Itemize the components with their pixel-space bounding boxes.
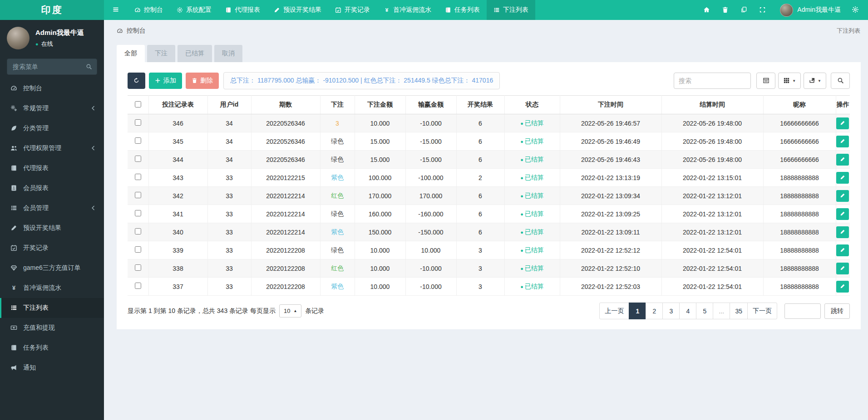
search-submit-button[interactable] [831,73,850,89]
row-checkbox[interactable] [135,210,141,216]
column-header[interactable]: 用户id [207,96,251,114]
add-button[interactable]: 添加 [149,73,182,89]
fullscreen-button[interactable] [753,0,772,20]
sidebar-item-draw-records[interactable]: 开奖记录 [0,238,104,258]
edit-button[interactable] [836,190,849,202]
page-button-2[interactable]: 2 [646,303,663,319]
sidebar-search-input[interactable] [7,59,97,75]
page-button-5[interactable]: 5 [696,303,713,319]
navbar-item-preset-results[interactable]: 预设开奖结果 [267,0,328,20]
edit-button[interactable] [836,244,849,256]
home-button[interactable] [697,0,716,20]
sidebar-item-agent-report[interactable]: 代理报表 [0,158,104,178]
table-row[interactable]: 3443420220526346绿色15.000-15.0006●已结算2022… [128,151,850,169]
bet-time-cell: 2022-05-26 19:46:43 [560,151,661,169]
navbar-item-first-deposit-rebate[interactable]: ¥首冲返佣流水 [377,0,438,20]
page-button-35[interactable]: 35 [730,303,748,319]
table-row[interactable]: 3433320220122215紫色100.000-100.0002●已结算20… [128,169,850,187]
sidebar-item-member-report[interactable]: 会员报表 [0,178,104,198]
edit-button[interactable] [836,208,849,220]
table-row[interactable]: 3423320220122214红色170.000170.0006●已结算202… [128,187,850,205]
column-header[interactable]: 下注时间 [560,96,661,114]
detail-view-button[interactable] [756,73,775,89]
row-checkbox[interactable] [135,192,141,198]
page-button-4[interactable]: 4 [679,303,696,319]
settle-time-cell: 2022-05-26 19:48:00 [661,151,763,169]
edit-button[interactable] [836,117,849,129]
edit-button[interactable] [836,263,849,274]
navbar-item-bet-list[interactable]: 下注列表 [487,0,535,20]
navbar-user-menu[interactable]: Admin我最牛逼 [780,4,841,17]
column-header[interactable]: 状态 [504,96,560,114]
column-header[interactable]: 输赢金额 [405,96,456,114]
sidebar-item-bet-list[interactable]: 下注列表 [0,298,104,318]
row-checkbox[interactable] [135,246,141,253]
edit-button[interactable] [836,172,849,184]
column-header[interactable]: 投注记录表 [148,96,207,114]
table-row[interactable]: 3403320220122214紫色150.000-150.0006●已结算20… [128,223,850,241]
navbar-item-agent-report[interactable]: 代理报表 [218,0,267,20]
copy-button[interactable] [735,0,753,20]
table-row[interactable]: 3383320220122208红色10.000-10.0003●已结算2022… [128,259,850,278]
trash-button[interactable] [716,0,735,20]
column-header[interactable]: 昵称 [763,96,836,114]
page-size-dropdown[interactable]: 10 ▲ [279,304,301,317]
edit-button[interactable] [836,154,849,166]
edit-button[interactable] [836,226,849,238]
sidebar-toggle-button[interactable] [104,0,128,20]
navbar-item-system-config[interactable]: 系统配置 [170,0,218,20]
edit-button[interactable] [836,281,849,293]
jump-page-input[interactable] [784,303,821,319]
page-button-1[interactable]: 1 [629,303,646,319]
tab-bet[interactable]: 下注 [147,45,175,62]
dashboard-icon [134,6,141,14]
settings-button[interactable] [847,0,863,20]
delete-button[interactable]: 删除 [186,73,219,89]
column-header[interactable]: 开奖结果 [456,96,504,114]
table-row[interactable]: 3373320220122208紫色10.000-10.0003●已结算2022… [128,278,850,296]
navbar-item-task-list[interactable]: 任务列表 [438,0,487,20]
column-header[interactable]: 操作 [836,96,850,114]
tab-settled[interactable]: 已结算 [178,45,212,62]
refresh-button[interactable] [128,73,145,89]
sidebar-item-recharge-withdraw[interactable]: 充值和提现 [0,318,104,338]
table-row[interactable]: 3393320220122208绿色10.00010.0003●已结算2022-… [128,241,850,259]
page-button-下一页[interactable]: 下一页 [747,303,777,319]
sidebar-item-preset-results[interactable]: 预设开奖结果 [0,218,104,238]
column-header[interactable]: 下注 [320,96,355,114]
tab-cancel[interactable]: 取消 [214,45,242,62]
export-button[interactable]: ▼ [804,73,826,89]
jump-button[interactable]: 跳转 [824,303,850,319]
page-button-3[interactable]: 3 [662,303,680,319]
table-search-input[interactable] [674,73,751,89]
row-checkbox[interactable] [135,228,141,234]
row-checkbox[interactable] [135,156,141,162]
row-checkbox[interactable] [135,283,141,289]
columns-button[interactable]: ▼ [778,73,801,89]
column-header[interactable]: 下注金额 [355,96,405,114]
edit-button[interactable] [836,136,849,147]
sidebar-item-member-management[interactable]: 会员管理 [0,198,104,218]
sidebar-item-category-management[interactable]: 分类管理 [0,118,104,138]
sidebar-item-notice[interactable]: 通知 [0,358,104,378]
navbar-item-draw-records[interactable]: 开奖记录 [328,0,377,20]
sidebar-item-game6-recharge-orders[interactable]: game6三方充值订单 [0,258,104,278]
tab-all[interactable]: 全部 [117,45,145,62]
row-checkbox[interactable] [135,137,141,144]
row-checkbox[interactable] [135,264,141,271]
navbar-item-dashboard[interactable]: 控制台 [128,0,170,20]
table-row[interactable]: 3463420220526346310.000-10.0006●已结算2022-… [128,114,850,132]
column-header[interactable]: 期数 [251,96,320,114]
sidebar-item-dashboard[interactable]: 控制台 [0,78,104,98]
column-header[interactable]: 结算时间 [661,96,763,114]
sidebar-item-task-list[interactable]: 任务列表 [0,338,104,358]
sidebar-item-general-management[interactable]: 常规管理 [0,98,104,118]
row-checkbox[interactable] [135,119,141,126]
table-row[interactable]: 3413320220122214绿色160.000-160.0006●已结算20… [128,205,850,223]
row-checkbox[interactable] [135,174,141,180]
sidebar-item-agent-permission[interactable]: 代理权限管理 [0,138,104,158]
sidebar-item-first-deposit-rebate[interactable]: ¥首冲返佣流水 [0,278,104,298]
table-row[interactable]: 3453420220526346绿色15.000-15.0006●已结算2022… [128,132,850,151]
page-button-上一页[interactable]: 上一页 [599,303,629,319]
select-all-checkbox[interactable] [135,101,141,107]
